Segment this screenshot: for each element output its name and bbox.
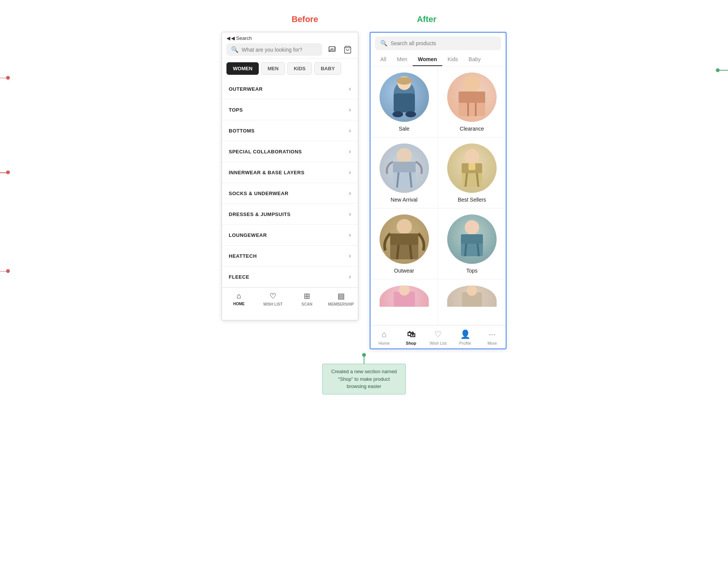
new-arrival-label: New Arrival: [391, 197, 418, 203]
tab-baby-before[interactable]: BABY: [314, 62, 341, 75]
bnav-more-after[interactable]: ··· More: [479, 326, 506, 348]
category-partial-1[interactable]: [370, 279, 438, 325]
bnav-membership-before[interactable]: ▤ MEMBERSHIP: [324, 288, 358, 309]
category-tops[interactable]: Tops: [438, 208, 506, 279]
bnav-home-before[interactable]: ⌂ HOME: [222, 288, 256, 309]
tab-kids-after[interactable]: Kids: [442, 53, 463, 66]
category-sale[interactable]: Sale: [370, 66, 438, 137]
annotation-shop-section: Created a new section named “Shop” to ma…: [322, 364, 406, 394]
svg-rect-33: [461, 234, 483, 244]
category-new-arrival[interactable]: New Arrival: [370, 137, 438, 208]
bnav-scan-before[interactable]: ⊞ SCAN: [290, 288, 324, 309]
search-icon: 🔍: [231, 46, 239, 53]
tab-women-after[interactable]: Women: [413, 53, 442, 66]
menu-item-socks[interactable]: SOCKS & UNDERWEAR ›: [222, 183, 358, 204]
chevron-icon: ›: [349, 252, 351, 259]
shop-icon-after: 🛍: [407, 330, 415, 339]
before-bottom-nav: ⌂ HOME ♡ WISH LIST ⊞ SCAN ▤ MEMBERSHIP: [222, 287, 358, 309]
menu-item-fleece[interactable]: FLEECE ›: [222, 266, 358, 287]
bnav-home-after[interactable]: ⌂ Home: [370, 326, 397, 348]
svg-point-11: [464, 76, 480, 92]
tops-label: Tops: [466, 268, 478, 274]
heart-icon-before: ♡: [269, 292, 276, 301]
category-best-sellers[interactable]: Best Sellers: [438, 137, 506, 208]
search-input-before[interactable]: [242, 47, 318, 53]
chevron-icon: ›: [349, 169, 351, 176]
sale-image: [380, 73, 429, 122]
category-clearance[interactable]: Clearance: [438, 66, 506, 137]
home-icon-after: ⌂: [381, 330, 386, 339]
svg-point-8: [405, 111, 416, 117]
svg-point-32: [465, 220, 479, 235]
category-partial-2[interactable]: [438, 279, 506, 325]
chevron-icon: ›: [349, 127, 351, 134]
chat-icon[interactable]: [326, 44, 338, 56]
menu-item-bottoms[interactable]: BOTTOMS ›: [222, 120, 358, 141]
menu-item-outerwear[interactable]: OUTERWEAR ›: [222, 79, 358, 99]
outwear-image: [380, 214, 429, 264]
tab-all-after[interactable]: All: [375, 53, 392, 66]
tab-women-before[interactable]: WOMEN: [226, 62, 259, 75]
chevron-icon: ›: [349, 211, 351, 218]
category-outwear[interactable]: Outwear: [370, 208, 438, 279]
best-sellers-label: Best Sellers: [458, 197, 486, 203]
after-phone: 🔍 All Men Women Kids Baby: [370, 32, 506, 349]
tab-men-before[interactable]: MEN: [261, 62, 285, 75]
new-arrival-image: [380, 144, 429, 193]
svg-rect-12: [459, 91, 485, 103]
svg-line-35: [478, 244, 479, 256]
profile-icon-after: 👤: [460, 330, 470, 339]
bnav-profile-after[interactable]: 👤 Profile: [452, 326, 479, 348]
tab-men-after[interactable]: Men: [392, 53, 413, 66]
bottom-annotation-wrapper: Created a new section named “Shop” to ma…: [0, 357, 728, 394]
tab-kids-before[interactable]: KIDS: [287, 62, 312, 75]
svg-rect-28: [390, 233, 418, 245]
chevron-icon: ›: [349, 273, 351, 280]
menu-item-dresses[interactable]: DRESSES & JUMPSUITS ›: [222, 204, 358, 225]
search-bar-before[interactable]: 🔍: [226, 43, 322, 56]
chevron-icon: ›: [349, 190, 351, 197]
chevron-icon: ›: [349, 106, 351, 113]
outwear-label: Outwear: [394, 268, 414, 274]
svg-point-9: [397, 77, 412, 85]
category-grid: Sale Clearance: [370, 66, 506, 325]
menu-item-special-collaborations[interactable]: SPECIAL COLLABORATIONS ›: [222, 141, 358, 162]
partial1-image: [380, 285, 429, 316]
cart-icon[interactable]: [342, 44, 353, 56]
scan-icon-before: ⊞: [304, 292, 310, 301]
after-search-bar[interactable]: 🔍: [375, 36, 501, 50]
menu-item-heattech[interactable]: HEATTECH ›: [222, 246, 358, 266]
category-menu-list: OUTERWEAR › TOPS › BOTTOMS › SPECIAL COL…: [222, 79, 358, 287]
svg-rect-6: [394, 93, 415, 112]
tab-baby-after[interactable]: Baby: [463, 53, 486, 66]
svg-point-21: [465, 149, 479, 164]
svg-point-16: [397, 148, 412, 163]
tops-image: [447, 214, 497, 264]
svg-line-34: [465, 244, 466, 256]
back-nav[interactable]: ◀ ◀ Search: [226, 35, 353, 41]
svg-point-7: [392, 111, 403, 117]
before-header: ◀ ◀ Search 🔍: [222, 32, 358, 58]
menu-item-tops[interactable]: TOPS ›: [222, 99, 358, 120]
before-category-tabs: WOMEN MEN KIDS BABY: [222, 58, 358, 79]
after-title: After: [417, 8, 436, 28]
bnav-wishlist-before[interactable]: ♡ WISH LIST: [256, 288, 290, 309]
menu-item-loungewear[interactable]: LOUNGEWEAR ›: [222, 225, 358, 246]
search-input-after[interactable]: [391, 40, 496, 46]
svg-line-30: [410, 245, 411, 259]
chevron-icon: ›: [349, 85, 351, 92]
before-title: Before: [291, 8, 318, 28]
chevron-icon: ›: [349, 232, 351, 238]
card-icon-before: ▤: [337, 292, 345, 301]
chevron-icon: ›: [349, 148, 351, 155]
svg-point-39: [467, 285, 477, 296]
menu-item-innerwear[interactable]: INNERWEAR & BASE LAYERS ›: [222, 162, 358, 183]
best-sellers-image: [447, 144, 497, 193]
svg-rect-25: [468, 163, 475, 170]
before-phone: ◀ ◀ Search 🔍: [222, 32, 358, 320]
bnav-wishlist-after[interactable]: ♡ Wish List: [424, 326, 451, 348]
home-icon-before: ⌂: [237, 292, 241, 300]
svg-rect-17: [393, 162, 416, 172]
bnav-shop-after[interactable]: 🛍 Shop: [397, 326, 424, 348]
svg-point-27: [397, 219, 412, 234]
